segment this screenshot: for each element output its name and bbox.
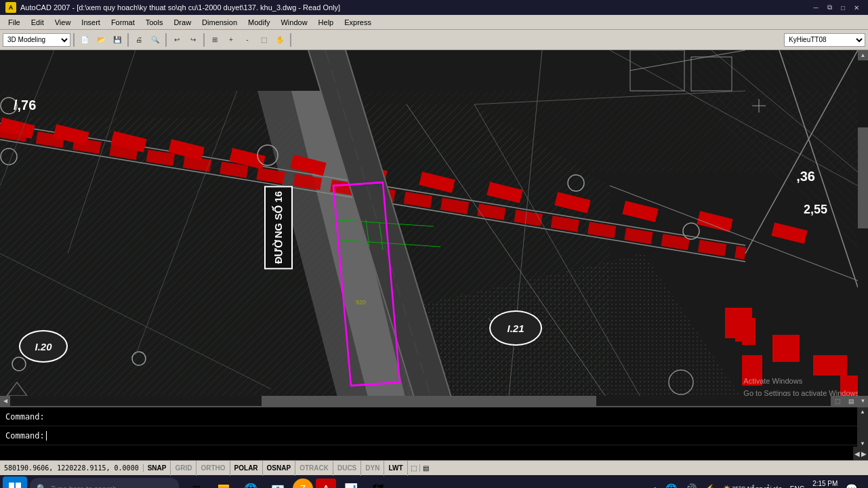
redo-btn[interactable]: ↪ — [186, 33, 201, 47]
explorer-icon — [217, 482, 230, 488]
layer-selector[interactable]: KyHieuTT08 — [784, 33, 865, 47]
toolbar-area: 3D Modeling 📄 📂 💾 🖨 🔍 ↩ ↪ ⊞ + - ⬚ ✋ KyHi… — [0, 30, 868, 50]
chrome-btn[interactable]: 🌐 — [239, 476, 263, 488]
minimize-button[interactable]: ─ — [810, 2, 822, 13]
toolbar-separator-5 — [290, 33, 291, 47]
menu-modify[interactable]: Modify — [243, 17, 275, 28]
h-scroll-track — [10, 396, 848, 406]
excel-btn[interactable]: 📊 — [339, 476, 363, 488]
menu-format[interactable]: Format — [106, 17, 140, 28]
grid-toggle[interactable]: GRID — [171, 461, 197, 476]
explorer-btn[interactable] — [211, 476, 236, 488]
zoom-in-btn[interactable]: + — [224, 33, 239, 47]
scroll-up-btn[interactable]: ▲ — [858, 50, 868, 60]
h-scroll-thumb[interactable] — [262, 396, 596, 406]
lwt-toggle[interactable]: LWT — [384, 461, 407, 476]
menu-insert[interactable]: Insert — [76, 17, 106, 28]
app-icon: A — [5, 2, 16, 13]
preview-btn[interactable]: 🔍 — [148, 33, 163, 47]
language-indicator[interactable]: ENG — [787, 484, 808, 489]
menu-edit[interactable]: Edit — [26, 17, 49, 28]
ducs-toggle[interactable]: DUCS — [333, 461, 361, 476]
snap-toggle[interactable]: SNAP — [144, 461, 171, 476]
zoom-extents-btn[interactable]: ⊞ — [207, 33, 222, 47]
zoom-window-btn[interactable]: ⬚ — [256, 33, 271, 47]
new-btn[interactable]: 📄 — [77, 33, 92, 47]
tray-arrow[interactable]: ∧ — [650, 484, 660, 489]
maximize-button[interactable]: □ — [837, 2, 849, 13]
menu-help[interactable]: Help — [313, 17, 339, 28]
menu-window[interactable]: Window — [275, 17, 312, 28]
model-view-btn[interactable]: ⬚ — [408, 464, 420, 472]
command-line-2[interactable]: Command: — [0, 426, 868, 445]
svg-rect-30 — [813, 355, 847, 375]
cmd-scroll-down[interactable]: ▼ — [860, 441, 865, 447]
maps-btn[interactable]: 🗺 — [366, 476, 390, 488]
svg-rect-28 — [742, 355, 762, 386]
system-clock[interactable]: 2:15 PM 5/16/2024 — [810, 479, 841, 488]
menu-express[interactable]: Express — [339, 17, 377, 28]
menu-tools[interactable]: Tools — [140, 17, 169, 28]
command-line-1: Command: — [0, 407, 868, 426]
label-i21: I.21 — [489, 310, 542, 346]
window-title: AutoCAD 2007 - [d:\xem quy hoach\ky thua… — [20, 3, 340, 12]
close-button[interactable]: ✕ — [850, 2, 863, 13]
weather-display[interactable]: ☀️ 35°C Nắng rải rác — [720, 484, 785, 488]
save-btn[interactable]: 💾 — [110, 33, 125, 47]
pan-btn[interactable]: ✋ — [272, 33, 287, 47]
model-tab-icon[interactable]: ⬚ — [831, 396, 844, 406]
layout-tab-icon[interactable]: ▤ — [844, 396, 858, 406]
menu-view[interactable]: View — [49, 17, 77, 28]
scroll-track — [858, 60, 868, 396]
dyn-toggle[interactable]: DYN — [361, 461, 384, 476]
cmd-next[interactable]: ▶ — [861, 450, 867, 458]
open-btn[interactable]: 📂 — [94, 33, 108, 47]
paper-view-btn[interactable]: ▤ — [420, 464, 432, 472]
svg-rect-74 — [9, 483, 14, 488]
notification-btn[interactable]: 💬 — [843, 482, 860, 488]
taskbar-search[interactable]: 🔍 — [30, 478, 179, 488]
scroll-down-btn[interactable]: ▼ — [858, 396, 868, 406]
workspace-selector[interactable]: 3D Modeling — [3, 33, 70, 47]
autocad-btn[interactable]: A — [316, 479, 336, 488]
horizontal-scrollbar[interactable]: ◀ ▶ ⬚ ▤ — [0, 396, 858, 406]
svg-rect-72 — [725, 308, 739, 338]
scroll-thumb[interactable] — [858, 127, 868, 228]
zoom-out-btn[interactable]: - — [240, 33, 255, 47]
start-button[interactable] — [3, 476, 27, 488]
app5-btn[interactable]: Z — [293, 479, 313, 488]
menu-dimension[interactable]: Dimension — [197, 17, 243, 28]
polar-toggle[interactable]: POLAR — [230, 461, 263, 476]
cmd-scroll-up[interactable]: ▲ — [860, 409, 865, 415]
print-btn[interactable]: 🖨 — [131, 33, 146, 47]
window-controls: ─ ⧉ □ ✕ — [810, 2, 863, 13]
undo-btn[interactable]: ↩ — [169, 33, 184, 47]
label-36: ,36 — [796, 169, 815, 184]
scroll-left-btn[interactable]: ◀ — [0, 396, 10, 406]
ortho-toggle[interactable]: ORTHO — [197, 461, 230, 476]
label-i20: I.20 — [19, 330, 68, 363]
command-scrollbar[interactable]: ▲ ▼ — [857, 407, 868, 448]
osnap-toggle[interactable]: OSNAP — [263, 461, 296, 476]
tray-volume[interactable]: 🔊 — [682, 482, 699, 488]
vertical-scrollbar[interactable]: ▲ ▼ — [858, 50, 868, 406]
restore-button[interactable]: ⧉ — [823, 2, 835, 13]
svg-rect-80 — [218, 485, 223, 487]
taskview-btn[interactable]: ⊞ — [184, 476, 209, 488]
title-bar: A AutoCAD 2007 - [d:\xem quy hoach\ky th… — [0, 0, 868, 15]
taskbar-apps: ⊞ 🌐 📧 Z A 📊 🗺 — [184, 476, 390, 488]
tray-battery[interactable]: ⚡ — [702, 483, 718, 488]
cmd-prev[interactable]: ◀ — [854, 450, 860, 458]
svg-text:920: 920 — [356, 299, 366, 306]
otrack-toggle[interactable]: OTRACK — [295, 461, 333, 476]
mail-btn[interactable]: 📧 — [266, 476, 290, 488]
label-duong-so-16: ĐƯỜNG SỐ 16 — [264, 186, 293, 269]
cad-canvas[interactable]: 920 /,76 ĐƯỜNG SỐ 16 I.20 I.21 ,36 2,55 … — [0, 50, 868, 406]
toolbar-separator-2 — [127, 33, 129, 47]
search-input[interactable] — [51, 485, 159, 488]
tray-network[interactable]: 🌐 — [663, 482, 680, 488]
menu-bar: File Edit View Insert Format Tools Draw … — [0, 15, 868, 30]
svg-rect-75 — [16, 483, 21, 488]
menu-file[interactable]: File — [3, 17, 26, 28]
menu-draw[interactable]: Draw — [168, 17, 197, 28]
